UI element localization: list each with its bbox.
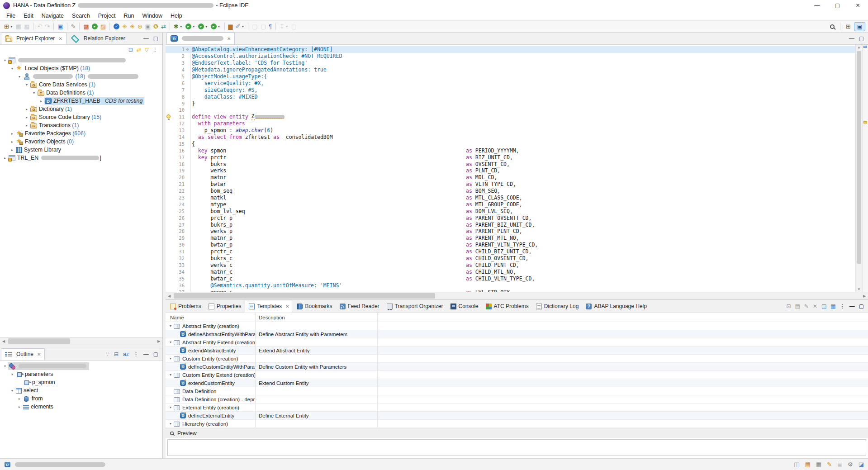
next-annotation-icon[interactable]: ▢ (259, 22, 267, 32)
template-row-custom-entity-extend-creation[interactable]: ▾Custom Entity Extend (creation) (166, 371, 868, 379)
scroll-left-icon[interactable]: ◀ (0, 339, 7, 343)
tab-atc-problems[interactable]: ATC Problems (482, 300, 532, 313)
code-line-17[interactable]: 17 key prctras BIZ_UNIT_CD, (166, 154, 855, 161)
collapse-all-icon[interactable]: ⊟ (114, 351, 119, 357)
column-header-name[interactable]: Name (166, 313, 256, 322)
focus-icon[interactable]: ∵ (106, 351, 109, 357)
outline-item-elements[interactable]: ▸elements (0, 403, 162, 411)
sap-gui-icon[interactable]: ▆ (227, 22, 234, 32)
scroll-down-icon[interactable]: ▼ (856, 287, 862, 291)
tab-project-explorer[interactable]: Project Explorer✕ (1, 33, 66, 44)
menu-run[interactable]: Run (120, 12, 138, 20)
new-wizard-icon[interactable]: ⊞▼ (3, 22, 14, 32)
chevron-down-icon[interactable]: ▾ (31, 91, 37, 95)
chevron-down-icon[interactable]: ▾ (16, 75, 23, 79)
tab-bookmarks[interactable]: Bookmarks (293, 300, 336, 313)
minimize-view-icon[interactable]: — (849, 304, 855, 309)
code-line-6[interactable]: 6 serviceQuality: #X, (166, 80, 855, 86)
code-line-22[interactable]: 22 bom_seqas BOM_SEQ, (166, 188, 855, 195)
scroll-up-icon[interactable]: ▲ (856, 45, 862, 49)
code-line-19[interactable]: 19 werksas PLNT_CD, (166, 167, 855, 174)
code-line-14[interactable]: 14 as select from zfkrtest as _consolida… (166, 134, 855, 141)
view-menu-icon[interactable]: ⋮ (152, 47, 158, 52)
chevron-down-icon[interactable]: ▾ (9, 372, 15, 376)
window-icon[interactable]: ▢ (290, 22, 298, 32)
abap-perspective-button[interactable]: ▣ (854, 22, 865, 31)
menu-search[interactable]: Search (68, 12, 94, 20)
outline-item-select[interactable]: ▾select (0, 386, 162, 394)
tab-properties[interactable]: Properties (205, 300, 245, 313)
code-line-10[interactable]: 10 (166, 107, 855, 114)
link-with-editor-icon[interactable]: ⇄ (137, 47, 141, 52)
chevron-right-icon[interactable]: ▸ (16, 397, 23, 401)
view-menu-icon[interactable]: ⋮ (840, 304, 845, 309)
maximize-view-icon[interactable]: ▢ (153, 36, 158, 41)
code-line-20[interactable]: 20 matnras MDL_CD, (166, 174, 855, 181)
code-line-7[interactable]: 7 sizeCategory: #S, (166, 86, 855, 93)
template-row-hierarchy-creation[interactable]: ▾Hierarchy (creation) (166, 420, 868, 428)
open-perspective-button[interactable]: ⊞ (844, 22, 852, 32)
remove-template-icon[interactable]: ✕ (813, 304, 817, 309)
save-icon[interactable]: ▦ (14, 22, 23, 32)
project-item-local-objects-tmp[interactable]: ▾Local Objects ($TMP) (18) (0, 64, 162, 72)
code-line-9[interactable]: 9} (166, 100, 855, 107)
code-line-33[interactable]: 33 werks_cas CHILD_PLNT_CD, (166, 262, 855, 269)
code-line-2[interactable]: 2@AccessControl.authorizationCheck: #NOT… (166, 53, 855, 60)
code-line-26[interactable]: 26 prctr_pas PARENT_OVSENTT_CD, (166, 214, 855, 221)
project-item-data-definitions[interactable]: ▾Data Definitions (1) (0, 89, 162, 97)
chevron-down-icon[interactable]: ▾ (9, 66, 15, 71)
run-icon[interactable]: ▸▼ (184, 22, 197, 32)
status-layout-icon[interactable]: ◪ (859, 461, 864, 467)
template-row-external-entity-creation[interactable]: ▾External Entity (creation) (166, 404, 868, 412)
code-line-8[interactable]: 8 dataClass: #MIXED (166, 93, 855, 100)
template-row-data-definition[interactable]: Data Definition (166, 387, 868, 395)
outline-item-p-spmon[interactable]: p_spmon (0, 378, 162, 386)
code-line-1[interactable]: 1⊖@AbapCatalog.viewEnhancementCategory: … (166, 46, 855, 53)
chevron-down-icon[interactable]: ▾ (24, 83, 30, 87)
filter-icon[interactable]: ▽ (145, 47, 149, 52)
import-icon[interactable]: ↧▼ (278, 22, 290, 32)
chevron-right-icon[interactable]: ▸ (24, 107, 30, 111)
sort-az-icon[interactable]: az (123, 351, 129, 357)
chevron-right-icon[interactable]: ▸ (38, 99, 44, 103)
templates-table-header[interactable]: Name Description (166, 313, 868, 322)
tab-transport-organizer[interactable]: Transport Organizer (383, 300, 447, 313)
chevron-down-icon[interactable]: ▾ (167, 340, 174, 344)
template-row-custom-entity-creation[interactable]: ▾Custom Entity (creation) (166, 355, 868, 363)
prev-annotation-icon[interactable]: ▢ (251, 22, 259, 32)
maximize-view-icon[interactable]: ▢ (859, 36, 864, 41)
collapse-all-icon[interactable]: ⊟ (128, 47, 133, 52)
status-columns-icon[interactable]: ≣ (837, 461, 842, 467)
close-icon[interactable]: ✕ (285, 304, 289, 309)
menu-navigate[interactable]: Navigate (38, 12, 68, 20)
pilcrow-icon[interactable]: ¶ (267, 22, 273, 32)
project-item-dictionary[interactable]: ▸Dictionary (1) (0, 105, 162, 113)
editor-vscrollbar[interactable]: ▲ ▼ (855, 45, 862, 292)
project-item-system-library[interactable]: ▸System Library (0, 146, 162, 154)
menu-edit[interactable]: Edit (19, 12, 38, 20)
search-button[interactable] (829, 22, 836, 32)
code-line-15[interactable]: 15{ (166, 140, 855, 147)
chevron-down-icon[interactable]: ▾ (167, 356, 174, 361)
lock-icon[interactable]: ▣ (144, 22, 152, 32)
maximize-button[interactable]: ▢ (827, 0, 848, 11)
editor-hscrollbar[interactable]: ◀ ▶ (166, 292, 868, 299)
chevron-down-icon[interactable]: ▾ (167, 324, 174, 328)
code-line-13[interactable]: 13 p_spmon : abap.char(6) (166, 127, 855, 134)
tab-editor[interactable]: ✕ (166, 33, 235, 44)
code-line-34[interactable]: 34 matnr_cas CHILD_MTL_NO, (166, 268, 855, 275)
check-activation-icon[interactable]: ✓ (112, 22, 121, 32)
code-line-4[interactable]: 4@Metadata.ignorePropagatedAnnotations: … (166, 66, 855, 73)
outline-item-parameters[interactable]: ▾parameters (0, 370, 162, 378)
tab-feed-reader[interactable]: Feed Reader (336, 300, 383, 313)
brush-icon[interactable]: ✐▼ (234, 22, 246, 32)
maximize-view-icon[interactable]: ▢ (859, 304, 864, 309)
mass-activate-icon[interactable]: ✳ (121, 22, 128, 32)
chevron-down-icon[interactable]: ▾ (9, 389, 15, 393)
new-template-icon[interactable]: ▤ (795, 304, 800, 309)
code-line-18[interactable]: 18 bukrsas OVSENTT_CD, (166, 161, 855, 167)
tab-dictionary-log[interactable]: Dictionary Log (532, 300, 583, 313)
project-explorer-hscrollbar[interactable]: ◀ ▶ (0, 337, 162, 345)
menu-window[interactable]: Window (138, 12, 166, 20)
template-row-extendabstractentity[interactable]: extendAbstractEntityExtend Abstract Enti… (166, 347, 868, 355)
